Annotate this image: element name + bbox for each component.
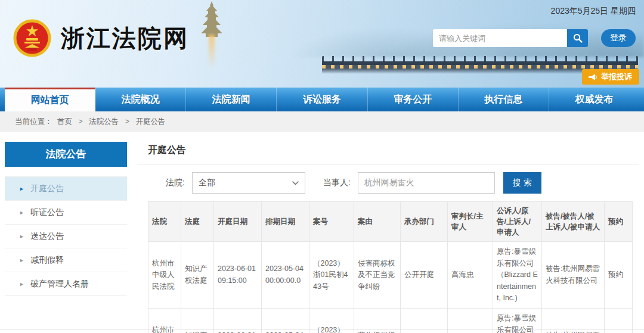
report-complaint-button[interactable]: 举报投诉 bbox=[582, 69, 639, 85]
party-filter-label: 当事人: bbox=[323, 178, 351, 188]
th-tribunal: 法庭 bbox=[181, 202, 214, 242]
page-title: 开庭公告 bbox=[148, 144, 639, 157]
th-defendant: 被告/被告人/被上诉人/被申请人 bbox=[542, 202, 605, 242]
breadcrumb-separator: > bbox=[125, 117, 129, 126]
breadcrumb-home[interactable]: 首页 bbox=[57, 117, 72, 126]
triangle-right-icon: ► bbox=[19, 281, 24, 287]
cell-presiding-judge: 高海忠 bbox=[448, 242, 493, 309]
main-panel: 开庭公告 法院: 全部 当事人: 搜 索 bbox=[137, 138, 639, 333]
pagoda-silhouette bbox=[199, 1, 224, 37]
pagoda-reflection bbox=[209, 35, 215, 68]
cell-plaintiff: 原告:暴雪娱乐有限公司（Blizzard Entertainment, Inc.… bbox=[493, 242, 542, 309]
nav-tab-label: 诉讼服务 bbox=[303, 94, 341, 104]
megaphone-icon bbox=[588, 73, 597, 81]
login-button[interactable]: 登录 bbox=[601, 29, 636, 47]
national-emblem-icon bbox=[13, 19, 51, 57]
sidebar-title: 法院公告 bbox=[5, 142, 127, 167]
sidebar-item-service-announcements[interactable]: ► 送达公告 bbox=[5, 225, 127, 248]
cell-tribunal: 知识产权法庭 bbox=[181, 242, 214, 309]
sidebar-item-bankruptcy-administrator-roster[interactable]: ► 破产管理人名册 bbox=[5, 272, 127, 296]
main-nav: 网站首页 法院概况 法院新闻 诉讼服务 审务公开 执行信息 权威发布 bbox=[0, 88, 644, 111]
sidebar-item-label: 听证公告 bbox=[30, 207, 64, 218]
page: 浙江法院网 2023年5月25日 星期四 登录 举报投诉 网站首页 法院 bbox=[0, 0, 644, 333]
sidebar: 法院公告 ► 开庭公告 ► 听证公告 ► 送达公告 ► 减刑假释 bbox=[5, 142, 127, 296]
triangle-right-icon: ► bbox=[19, 257, 24, 263]
header-search-button[interactable] bbox=[567, 29, 588, 47]
th-reservation: 预约 bbox=[605, 202, 633, 242]
triangle-right-icon: ► bbox=[19, 210, 24, 216]
th-presiding-judge: 审判长/主审人 bbox=[448, 202, 493, 242]
nav-tab-label: 执行信息 bbox=[484, 94, 522, 104]
nav-tab-judicial-openness[interactable]: 审务公开 bbox=[368, 88, 459, 111]
cell-department: 公开开庭 bbox=[401, 242, 448, 309]
nav-tab-authoritative-release[interactable]: 权威发布 bbox=[549, 88, 639, 111]
th-hearing-date: 开庭日期 bbox=[214, 202, 262, 242]
search-icon bbox=[573, 33, 583, 43]
header-search-input[interactable] bbox=[433, 29, 567, 47]
site-title: 浙江法院网 bbox=[61, 22, 189, 55]
site-header: 浙江法院网 2023年5月25日 星期四 登录 举报投诉 bbox=[0, 0, 644, 88]
nav-tab-litigation-services[interactable]: 诉讼服务 bbox=[277, 88, 367, 111]
cell-defendant: 被告:杭州网易雷火科技有限公司 bbox=[542, 242, 605, 309]
cell-cause: 侵害商标权及不正当竞争纠纷 bbox=[354, 242, 401, 309]
sidebar-item-label: 送达公告 bbox=[30, 231, 64, 242]
nav-tab-label: 审务公开 bbox=[394, 94, 432, 104]
chevron-down-icon bbox=[292, 181, 299, 185]
breadcrumb-label: 当前位置： bbox=[15, 117, 52, 126]
table-row: 杭州市中级人民法院 知识产权法庭 2023-06-01 09:15:00 202… bbox=[148, 242, 633, 309]
sidebar-item-hearing-notices[interactable]: ► 听证公告 bbox=[5, 201, 127, 225]
table-header-row: 法院 法庭 开庭日期 排期日期 案号 案由 承办部门 审判长/主审人 公诉人/原… bbox=[148, 202, 633, 242]
site-logo[interactable]: 浙江法院网 bbox=[13, 19, 189, 57]
th-plaintiff: 公诉人/原告/上诉人/申请人 bbox=[493, 202, 542, 242]
th-court: 法院 bbox=[148, 202, 181, 242]
content-area: 法院公告 ► 开庭公告 ► 听证公告 ► 送达公告 ► 减刑假释 bbox=[0, 132, 644, 333]
header-search-area: 登录 bbox=[433, 29, 636, 47]
cell-court: 杭州市中级人民法院 bbox=[148, 242, 181, 309]
sidebar-item-label: 破产管理人名册 bbox=[30, 279, 89, 290]
th-cause: 案由 bbox=[354, 202, 401, 242]
th-department: 承办部门 bbox=[401, 202, 448, 242]
sidebar-item-label: 减刑假释 bbox=[30, 255, 64, 266]
triangle-right-icon: ► bbox=[19, 186, 24, 192]
triangle-right-icon: ► bbox=[19, 234, 24, 239]
cell-schedule-date: 2023-05-04 00:00:00.0 bbox=[262, 242, 309, 309]
nav-tab-label: 权威发布 bbox=[575, 94, 613, 104]
court-filter-label: 法院: bbox=[166, 178, 185, 188]
nav-tab-home[interactable]: 网站首页 bbox=[5, 88, 95, 111]
header-date: 2023年5月25日 星期四 bbox=[551, 6, 636, 17]
footer-divider bbox=[0, 329, 644, 329]
reservation-link[interactable]: 预约 bbox=[605, 242, 633, 309]
report-complaint-label: 举报投诉 bbox=[601, 71, 632, 82]
sidebar-item-label: 开庭公告 bbox=[30, 183, 64, 194]
nav-tab-court-news[interactable]: 法院新闻 bbox=[186, 88, 277, 111]
party-input[interactable] bbox=[358, 172, 495, 194]
hearing-announcements-table: 法院 法庭 开庭日期 排期日期 案号 案由 承办部门 审判长/主审人 公诉人/原… bbox=[148, 201, 633, 333]
th-schedule-date: 排期日期 bbox=[262, 202, 309, 242]
nav-tab-label: 网站首页 bbox=[31, 95, 69, 105]
breadcrumb-hearing-announcements[interactable]: 开庭公告 bbox=[136, 117, 166, 126]
cell-hearing-date: 2023-06-01 09:15:00 bbox=[214, 242, 262, 309]
breadcrumb: 当前位置： 首页 > 法院公告 > 开庭公告 bbox=[0, 111, 644, 132]
breadcrumb-separator: > bbox=[78, 117, 82, 126]
nav-tab-label: 法院概况 bbox=[122, 94, 160, 104]
search-button[interactable]: 搜 索 bbox=[503, 172, 541, 194]
nav-tab-court-overview[interactable]: 法院概况 bbox=[95, 88, 186, 111]
cell-case-number: （2023）浙01民初443号 bbox=[309, 242, 354, 309]
sidebar-item-commutation-parole[interactable]: ► 减刑假释 bbox=[5, 248, 127, 272]
breadcrumb-court-announcements[interactable]: 法院公告 bbox=[89, 117, 119, 126]
sidebar-item-hearing-announcements[interactable]: ► 开庭公告 bbox=[5, 177, 127, 201]
court-select-value: 全部 bbox=[199, 178, 215, 188]
th-case-number: 案号 bbox=[309, 202, 354, 242]
filter-bar: 法院: 全部 当事人: 搜 索 bbox=[137, 164, 639, 201]
nav-tab-enforcement-info[interactable]: 执行信息 bbox=[459, 88, 549, 111]
nav-tab-label: 法院新闻 bbox=[212, 94, 250, 104]
court-select[interactable]: 全部 bbox=[192, 172, 305, 194]
